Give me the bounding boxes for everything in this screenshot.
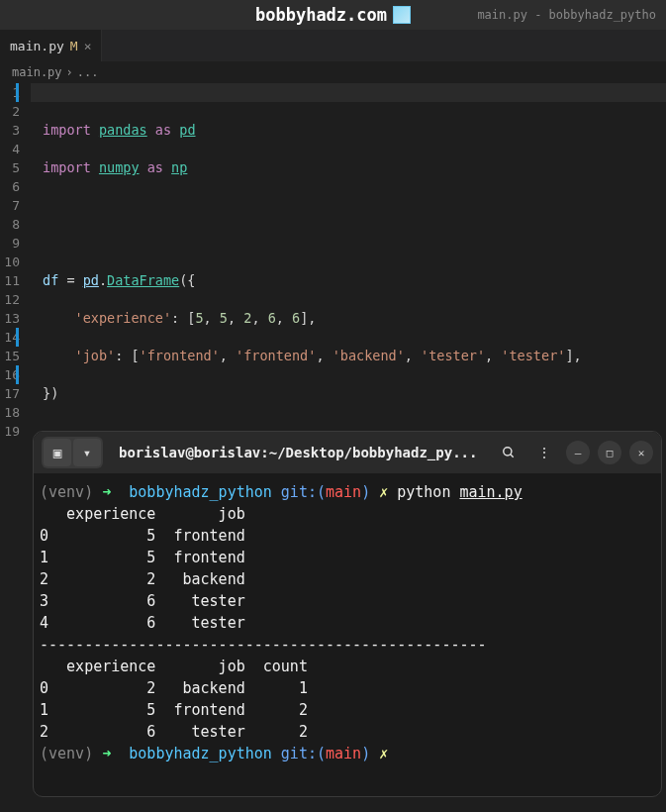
line-number-gutter: 123 456 789 101112 131415 161718 19	[0, 83, 28, 452]
code-editor[interactable]: 123 456 789 101112 131415 161718 19 impo…	[0, 83, 666, 452]
dropdown-button[interactable]: ▾	[73, 439, 101, 466]
tab-close-icon[interactable]: ×	[84, 39, 92, 53]
svg-line-1	[511, 455, 514, 457]
breadcrumb-more: ...	[77, 65, 99, 79]
code-area[interactable]: import pandas as pd import numpy as np d…	[31, 83, 666, 452]
terminal-output[interactable]: (venv) ➜ bobbyhadz_python git:(main) ✗ p…	[34, 473, 661, 772]
menu-icon[interactable]: ⋮	[530, 439, 558, 466]
tab-modified-indicator: M	[70, 39, 78, 53]
breadcrumb[interactable]: main.py › ...	[0, 61, 666, 83]
svg-point-0	[504, 448, 512, 456]
tab-bar: main.py M ×	[0, 30, 666, 61]
tab-main-py[interactable]: main.py M ×	[0, 30, 102, 61]
breadcrumb-file: main.py	[12, 65, 62, 79]
maximize-button[interactable]: □	[598, 441, 621, 464]
modified-marker	[16, 83, 19, 102]
brand: bobbyhadz.com	[255, 5, 411, 25]
close-button[interactable]: ✕	[629, 441, 653, 464]
terminal-title: borislav@borislav:~/Desktop/bobbyhadz_py…	[111, 445, 487, 460]
cube-icon	[393, 6, 411, 24]
chevron-right-icon: ›	[66, 65, 73, 79]
brand-text: bobbyhadz.com	[255, 5, 387, 25]
terminal-window: ▣ ▾ borislav@borislav:~/Desktop/bobbyhad…	[33, 431, 662, 797]
tab-label: main.py	[10, 39, 64, 53]
minimize-button[interactable]: —	[566, 441, 590, 464]
window-titlebar: bobbyhadz.com main.py - bobbyhadz_pytho	[0, 0, 666, 30]
search-icon[interactable]	[495, 439, 523, 466]
window-title: main.py - bobbyhadz_pytho	[477, 8, 656, 22]
new-tab-button[interactable]: ▣	[44, 439, 71, 466]
terminal-titlebar: ▣ ▾ borislav@borislav:~/Desktop/bobbyhad…	[34, 432, 661, 473]
modified-marker	[16, 365, 19, 384]
modified-marker	[16, 328, 19, 347]
